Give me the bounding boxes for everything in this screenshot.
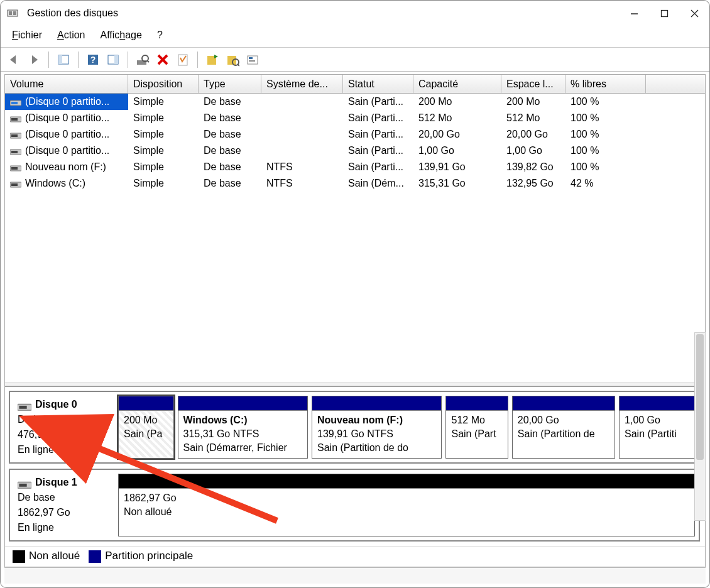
cell-volume: Windows (C:)	[5, 175, 128, 192]
partition-bar	[119, 396, 173, 410]
svg-rect-27	[11, 102, 18, 104]
volume-table-empty-area	[5, 192, 705, 383]
partition-body: 1,00 Go Sain (Partiti	[620, 410, 694, 458]
partition[interactable]: 1862,97 Go Non alloué	[118, 474, 695, 536]
action2-button[interactable]	[224, 52, 241, 68]
cell-fs	[261, 126, 343, 143]
cell-capacite: 315,31 Go	[413, 175, 501, 192]
volume-row[interactable]: Nouveau nom (F:)SimpleDe baseNTFSSain (P…	[5, 159, 705, 175]
cell-statut: Sain (Parti...	[343, 110, 413, 126]
cell-disposition: Simple	[128, 175, 199, 192]
titlebar: Gestion des disques	[1, 1, 709, 26]
svg-rect-25	[249, 60, 255, 62]
cell-disposition: Simple	[128, 110, 199, 126]
cell-fs: NTFS	[261, 175, 343, 192]
cell-disposition: Simple	[128, 143, 199, 159]
legend-swatch-blue	[89, 550, 101, 563]
menu-help[interactable]: ?	[157, 30, 163, 41]
show-hide-action-pane-button[interactable]	[105, 52, 121, 68]
partition-bar	[312, 396, 441, 410]
partition[interactable]: Windows (C:) 315,31 Go NTFS Sain (Démarr…	[178, 396, 308, 459]
partition-body: 20,00 Go Sain (Partition de	[513, 410, 614, 458]
cell-capacite: 20,00 Go	[413, 126, 501, 143]
volume-table-body: (Disque 0 partitio...SimpleDe baseSain (…	[5, 94, 705, 192]
cell-statut: Sain (Dém...	[343, 175, 413, 192]
disk-info[interactable]: Disque 1 De base1862,97 GoEn ligne	[13, 472, 113, 538]
col-free[interactable]: Espace l...	[501, 75, 565, 93]
drive-icon	[10, 163, 21, 171]
cell-free: 20,00 Go	[501, 126, 565, 143]
cell-volume: (Disque 0 partitio...	[5, 110, 128, 126]
cell-free: 139,82 Go	[501, 159, 565, 175]
delete-button[interactable]	[155, 52, 171, 68]
cell-volume: (Disque 0 partitio...	[5, 126, 128, 143]
help-button[interactable]: ?	[85, 52, 101, 68]
action1-button[interactable]	[204, 52, 221, 68]
toolbar-separator	[197, 52, 198, 68]
volume-table-header: Volume Disposition Type Système de... St…	[5, 75, 705, 94]
col-pct[interactable]: % libres	[565, 75, 646, 93]
drive-icon	[10, 147, 21, 155]
col-disposition[interactable]: Disposition	[128, 75, 199, 93]
partition-bar	[119, 474, 694, 488]
partition[interactable]: 512 Mo Sain (Part	[445, 396, 508, 459]
show-hide-console-button[interactable]	[55, 52, 72, 68]
svg-rect-39	[19, 405, 26, 408]
window-title: Gestion des disques	[27, 8, 118, 19]
cell-free: 1,00 Go	[501, 143, 565, 159]
col-fs[interactable]: Système de...	[261, 75, 343, 93]
cell-disposition: Simple	[128, 94, 199, 110]
drive-icon	[10, 131, 21, 138]
partitions-container: 200 Mo Sain (Pa Windows (C:) 315,31 Go N…	[117, 395, 696, 460]
partition-bar	[446, 396, 507, 410]
back-button[interactable]	[6, 52, 22, 68]
col-type[interactable]: Type	[199, 75, 261, 93]
volume-row[interactable]: (Disque 0 partitio...SimpleDe baseSain (…	[5, 110, 705, 126]
menu-action[interactable]: Action	[57, 30, 85, 41]
legend-swatch-black	[13, 550, 25, 563]
properties-button[interactable]	[175, 52, 191, 68]
partition[interactable]: 200 Mo Sain (Pa	[118, 396, 174, 459]
partition-body: 512 Mo Sain (Part	[446, 410, 507, 458]
svg-rect-33	[11, 151, 18, 153]
disk-info[interactable]: Disque 0 De base476,92 GoEn ligne	[13, 395, 113, 460]
volume-row[interactable]: (Disque 0 partitio...SimpleDe baseSain (…	[5, 126, 705, 143]
cell-free: 512 Mo	[501, 110, 565, 126]
statusbar	[4, 567, 706, 584]
cell-statut: Sain (Parti...	[343, 143, 413, 159]
legend-primary: Partition principale	[89, 550, 193, 563]
svg-rect-12	[114, 55, 118, 64]
refresh-button[interactable]	[134, 52, 151, 68]
cell-capacite: 200 Mo	[413, 94, 501, 110]
cell-type: De base	[199, 94, 261, 110]
svg-rect-4	[661, 10, 667, 16]
close-button[interactable]	[679, 1, 709, 26]
volume-row[interactable]: Windows (C:)SimpleDe baseNTFSSain (Dém..…	[5, 175, 705, 192]
action3-button[interactable]	[244, 52, 261, 68]
scrollbar-vertical[interactable]	[694, 332, 706, 521]
drive-icon	[10, 98, 21, 106]
partition[interactable]: 1,00 Go Sain (Partiti	[619, 396, 695, 459]
cell-capacite: 1,00 Go	[413, 143, 501, 159]
volume-row[interactable]: (Disque 0 partitio...SimpleDe baseSain (…	[5, 94, 705, 110]
partition[interactable]: Nouveau nom (F:) 139,91 Go NTFS Sain (Pa…	[312, 396, 442, 459]
col-capacite[interactable]: Capacité	[413, 75, 501, 93]
cell-type: De base	[199, 159, 261, 175]
svg-rect-31	[11, 134, 18, 137]
col-volume[interactable]: Volume	[5, 75, 128, 93]
forward-button[interactable]	[26, 52, 42, 68]
menu-fichier[interactable]: Fichier	[12, 30, 42, 41]
cell-statut: Sain (Parti...	[343, 159, 413, 175]
maximize-button[interactable]	[649, 1, 679, 26]
cell-pct: 100 %	[565, 94, 646, 110]
partition-bar	[178, 396, 307, 410]
menu-affichage[interactable]: Affichage	[100, 30, 141, 41]
cell-volume: (Disque 0 partitio...	[5, 94, 128, 110]
col-statut[interactable]: Statut	[343, 75, 413, 93]
minimize-button[interactable]	[619, 1, 649, 26]
toolbar-separator	[128, 52, 128, 68]
scrollbar-thumb[interactable]	[696, 334, 704, 460]
partition[interactable]: 20,00 Go Sain (Partition de	[512, 396, 615, 459]
volume-row[interactable]: (Disque 0 partitio...SimpleDe baseSain (…	[5, 143, 705, 159]
svg-rect-35	[11, 167, 18, 170]
